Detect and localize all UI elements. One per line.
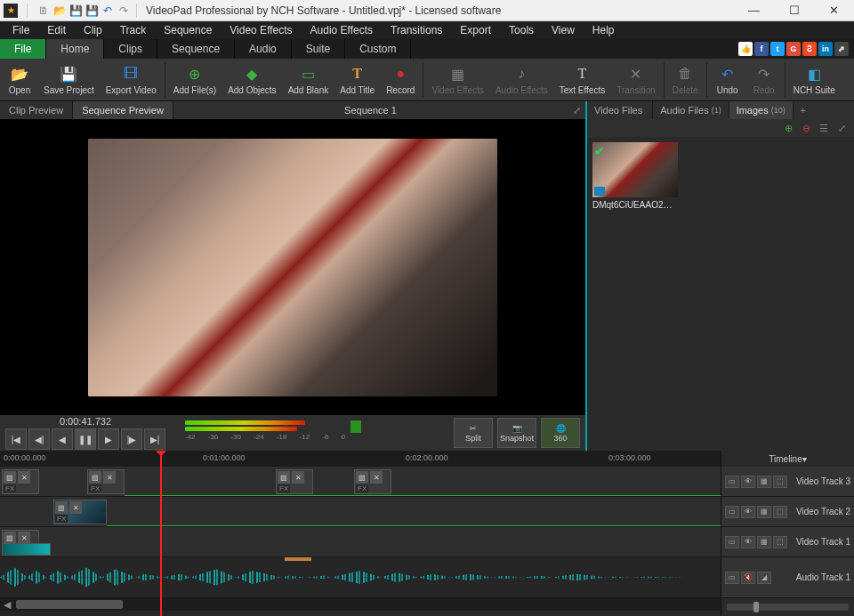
- menu-edit[interactable]: Edit: [38, 22, 75, 38]
- track-fx-icon[interactable]: ⬚: [773, 536, 787, 548]
- tab-audio-files[interactable]: Audio Files(1): [653, 101, 729, 119]
- goto-start-button[interactable]: |◀: [5, 428, 27, 450]
- timeline-clip[interactable]: [2, 543, 51, 556]
- next-frame-button[interactable]: |▶: [121, 428, 142, 450]
- redo-button[interactable]: ↷Redo: [746, 62, 782, 97]
- track-eye-icon[interactable]: 👁: [741, 476, 755, 488]
- save-icon[interactable]: 💾: [68, 4, 83, 18]
- playhead[interactable]: [160, 451, 162, 616]
- timeline-clip[interactable]: ▨✕FX: [2, 469, 39, 494]
- ribbon-tab-home[interactable]: Home: [46, 39, 104, 59]
- menu-audio-effects[interactable]: Audio Effects: [302, 22, 383, 38]
- audio-effects-button[interactable]: ♪Audio Effects: [490, 62, 553, 97]
- undo-button[interactable]: ↶Undo: [710, 62, 745, 97]
- redo-icon[interactable]: ↷: [117, 4, 131, 18]
- ribbon-tab-audio[interactable]: Audio: [235, 39, 292, 59]
- save-as-icon[interactable]: 💾: [85, 4, 99, 18]
- twitter-icon[interactable]: t: [770, 42, 785, 56]
- track-vol-icon[interactable]: ◢: [757, 572, 771, 584]
- ribbon-tab-sequence[interactable]: Sequence: [157, 39, 235, 59]
- ribbon-tab-custom[interactable]: Custom: [345, 39, 411, 59]
- timeline-mode-label[interactable]: Timeline ▾: [721, 451, 854, 467]
- timeline-scrollbar[interactable]: ◀: [0, 598, 721, 611]
- menu-tools[interactable]: Tools: [500, 22, 543, 38]
- bin-delete-icon[interactable]: ⊖: [799, 121, 813, 135]
- snapshot-button[interactable]: 📷Snapshot: [497, 418, 536, 448]
- video-track-2-row[interactable]: ▨✕FX: [0, 497, 721, 527]
- google-icon[interactable]: G: [786, 42, 801, 56]
- undo-icon[interactable]: ↶: [101, 4, 115, 18]
- timeline-tracks-area[interactable]: 0:00:00.000 0:01:00.000 0:02:00.000 0:03…: [0, 451, 721, 616]
- export-video-button[interactable]: 🎞Export Video: [101, 62, 162, 97]
- menu-sequence[interactable]: Sequence: [155, 22, 221, 38]
- bin-item[interactable]: ✔ DMqt6CiUEAAO2ET.jpg: [592, 142, 678, 210]
- add-objects-button[interactable]: ◆Add Objects: [222, 62, 281, 97]
- add-files-button[interactable]: ⊕Add File(s): [168, 62, 222, 97]
- delete-button[interactable]: 🗑Delete: [667, 62, 704, 97]
- track-lock-icon[interactable]: ▦: [757, 506, 771, 518]
- track-solo-icon[interactable]: ▭: [725, 536, 739, 548]
- timeline-clip[interactable]: ▨✕FX: [87, 469, 125, 494]
- add-blank-button[interactable]: ▭Add Blank: [283, 62, 334, 97]
- transition-button[interactable]: ✕Transition: [611, 62, 661, 97]
- tab-sequence-preview[interactable]: Sequence Preview: [73, 101, 173, 119]
- facebook-icon[interactable]: f: [754, 42, 769, 56]
- track-lock-icon[interactable]: ▦: [757, 476, 771, 488]
- menu-help[interactable]: Help: [584, 22, 624, 38]
- menu-track[interactable]: Track: [111, 22, 156, 38]
- record-button[interactable]: ●Record: [381, 62, 420, 97]
- bin-add-icon[interactable]: ⊕: [781, 121, 795, 135]
- video-track-1-row[interactable]: ▨✕FX: [0, 527, 721, 557]
- prev-frame-button[interactable]: ◀|: [28, 428, 50, 450]
- track-solo-icon[interactable]: ▭: [725, 506, 739, 518]
- share-icon[interactable]: ⇗: [834, 42, 849, 56]
- forward-button[interactable]: ▶: [98, 428, 119, 450]
- video-effects-button[interactable]: ▦Video Effects: [426, 62, 489, 97]
- scroll-left-icon[interactable]: ◀: [0, 599, 14, 611]
- menu-video-effects[interactable]: Video Effects: [221, 22, 301, 38]
- track-fx-icon[interactable]: ⬚: [773, 476, 787, 488]
- audio-track-1-row[interactable]: [0, 557, 721, 598]
- save-project-button[interactable]: 💾Save Project: [38, 62, 100, 97]
- video-track-3-row[interactable]: ▨✕FX ▨✕FX ▨✕FX ▨✕FX: [0, 467, 721, 497]
- track-lock-icon[interactable]: ▦: [757, 536, 771, 548]
- track-header[interactable]: ▭🔇◢ Audio Track 1: [721, 557, 854, 598]
- rewind-button[interactable]: ◀: [52, 428, 73, 450]
- scrollbar-thumb[interactable]: [16, 600, 123, 609]
- track-mute-icon[interactable]: 🔇: [741, 572, 755, 584]
- timeline-clip[interactable]: ▨✕FX: [276, 469, 313, 494]
- preview-canvas[interactable]: [0, 119, 585, 415]
- open-icon[interactable]: 📂: [52, 4, 67, 18]
- stumble-icon[interactable]: Ƨ: [802, 42, 817, 56]
- track-eye-icon[interactable]: 👁: [741, 506, 755, 518]
- goto-end-button[interactable]: ▶|: [144, 428, 165, 450]
- menu-view[interactable]: View: [543, 22, 584, 38]
- track-eye-icon[interactable]: 👁: [741, 536, 755, 548]
- bin-list-icon[interactable]: ☰: [817, 121, 831, 135]
- timeline-clip[interactable]: ▨✕FX: [53, 500, 107, 524]
- linkedin-icon[interactable]: in: [818, 42, 833, 56]
- track-header[interactable]: ▭👁▦⬚ Video Track 3: [721, 467, 854, 497]
- track-header[interactable]: ▭👁▦⬚ Video Track 1: [721, 527, 854, 557]
- close-button[interactable]: ✕: [814, 0, 854, 21]
- menu-transitions[interactable]: Transitions: [382, 22, 451, 38]
- timeline-clip[interactable]: ▨✕FX: [354, 469, 391, 494]
- new-icon[interactable]: 🗎: [36, 4, 51, 18]
- nch-suite-button[interactable]: ◧NCH Suite: [788, 62, 841, 97]
- volume-slider[interactable]: [727, 604, 849, 611]
- track-solo-icon[interactable]: ▭: [725, 572, 739, 584]
- ribbon-tab-file[interactable]: File: [0, 39, 46, 59]
- tab-video-files[interactable]: Video Files: [587, 101, 653, 119]
- like-icon[interactable]: 👍: [738, 42, 753, 56]
- text-effects-button[interactable]: TText Effects: [554, 62, 611, 97]
- ribbon-tab-suite[interactable]: Suite: [292, 39, 345, 59]
- add-tab-button[interactable]: +: [794, 101, 813, 119]
- open-button[interactable]: 📂Open: [2, 62, 37, 97]
- minimize-button[interactable]: —: [734, 0, 774, 21]
- popout-icon[interactable]: ⤢: [568, 101, 585, 119]
- tab-clip-preview[interactable]: Clip Preview: [0, 101, 73, 119]
- 360-button[interactable]: 🌐360: [541, 418, 580, 448]
- menu-file[interactable]: File: [4, 22, 38, 38]
- track-solo-icon[interactable]: ▭: [725, 476, 739, 488]
- menu-export[interactable]: Export: [451, 22, 500, 38]
